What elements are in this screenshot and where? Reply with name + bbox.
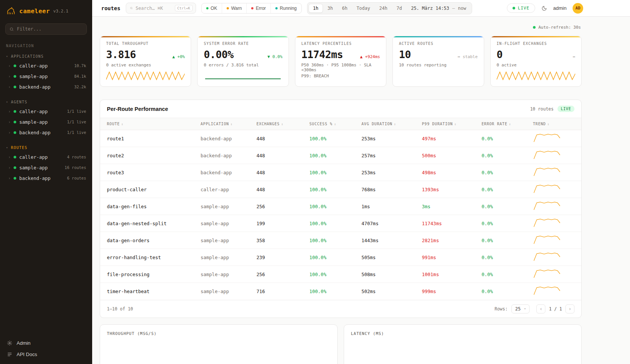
- route-success: 100.0%: [303, 198, 355, 215]
- route-p99-duration: 1001ms: [415, 266, 475, 283]
- chevron-right-icon: ›: [8, 131, 11, 135]
- caret-down-icon: ▾: [6, 146, 8, 149]
- table-row[interactable]: route1 backend-app 448 100.0% 253ms 497m…: [100, 130, 581, 147]
- delta-text: +924ms: [365, 54, 380, 59]
- column-header-application[interactable]: APPLICATION↕: [194, 118, 250, 130]
- table-row[interactable]: data-gen-nested-split sample-app 199 100…: [100, 215, 581, 232]
- filter-chip-warn[interactable]: Warn: [222, 3, 246, 13]
- route-name: route1: [100, 130, 194, 147]
- column-header-error-rate[interactable]: ERROR RATE↕: [475, 118, 526, 130]
- live-toggle[interactable]: LIVE: [507, 3, 535, 13]
- item-badge: 32.2k: [74, 84, 86, 89]
- kpi-subtitle: P50 360ms · P95 1008ms · SLA <300ms: [301, 63, 380, 72]
- app-logo: cameleer v3.2.1: [0, 6, 92, 16]
- route-exchanges: 256: [250, 198, 303, 215]
- table-row[interactable]: data-gen-orders sample-app 358 100.0% 14…: [100, 232, 581, 249]
- status-dot: [14, 86, 16, 88]
- filter-input[interactable]: [17, 26, 83, 32]
- column-header-exchanges[interactable]: EXCHANGES↕: [250, 118, 303, 130]
- range-button-3h[interactable]: 3h: [323, 4, 337, 13]
- filter-chip-error[interactable]: Error: [246, 3, 270, 13]
- route-error-rate: 0.0%: [475, 147, 526, 164]
- column-header-route[interactable]: ROUTE↕: [100, 118, 194, 130]
- filter-chip-ok[interactable]: OK: [202, 3, 222, 13]
- range-button-7d[interactable]: 7d: [392, 4, 406, 13]
- chevron-right-icon: ›: [8, 155, 11, 159]
- next-page-button[interactable]: ›: [565, 304, 574, 313]
- section-label: ROUTES: [11, 146, 27, 150]
- chart-title: THROUGHPUT (MSG/S): [107, 331, 330, 336]
- footer-item-label: API Docs: [17, 352, 37, 357]
- sidebar-item-agent-caller-app[interactable]: › caller-app 1/1 live: [0, 106, 92, 117]
- route-p99-duration: 999ms: [415, 283, 475, 300]
- route-name: route3: [100, 164, 194, 181]
- route-avg-duration: 257ms: [355, 147, 415, 164]
- sidebar-item-agent-sample-app[interactable]: › sample-app 1/1 live: [0, 117, 92, 127]
- column-header-avg-duration[interactable]: AVG DURATION↕: [355, 118, 415, 130]
- column-header-trend[interactable]: TREND↕: [526, 118, 581, 130]
- delta-text: stable: [463, 54, 478, 59]
- column-header-success[interactable]: SUCCESS %↕: [303, 118, 355, 130]
- warn-status-dot: [227, 7, 229, 9]
- table-row[interactable]: route3 backend-app 448 100.0% 253ms 498m…: [100, 164, 581, 181]
- kpi-row: TOTAL THROUGHPUT 3.816 ▲ +0% 0 active ex…: [100, 36, 582, 87]
- route-name: file-processing: [100, 266, 194, 283]
- status-dot: [14, 177, 16, 180]
- section-header-agents[interactable]: ▾ AGENTS: [0, 98, 92, 106]
- sidebar-item-admin[interactable]: Admin: [7, 340, 85, 346]
- kpi-value: 3.816: [106, 49, 136, 60]
- sidebar-item-api-docs[interactable]: API Docs: [7, 352, 85, 357]
- table-row[interactable]: file-processing sample-app 256 100.0% 50…: [100, 266, 581, 283]
- username-label: admin: [553, 5, 567, 11]
- avatar[interactable]: AD: [573, 3, 583, 14]
- table-row[interactable]: data-gen-files sample-app 256 100.0% 1ms…: [100, 198, 581, 215]
- sidebar-item-caller-app[interactable]: › caller-app 10.7k: [0, 60, 92, 71]
- theme-toggle[interactable]: [541, 5, 547, 11]
- section-header-routes[interactable]: ▾ ROUTES: [0, 144, 92, 152]
- route-p99-duration: 2821ms: [415, 232, 475, 249]
- chart-title: LATENCY (MS): [351, 331, 574, 336]
- sidebar-item-backend-app[interactable]: › backend-app 32.2k: [0, 81, 92, 92]
- range-button-1h[interactable]: 1h: [309, 4, 323, 13]
- route-error-rate: 0.0%: [475, 181, 526, 198]
- table-row[interactable]: product-caller caller-app 448 100.0% 768…: [100, 181, 581, 198]
- kpi-label: SYSTEM ERROR RATE: [204, 41, 282, 46]
- search-input[interactable]: [136, 6, 172, 11]
- status-dot: [14, 156, 16, 158]
- range-button-24h[interactable]: 24h: [375, 4, 392, 13]
- per-route-performance-panel: Per-Route Performance 10 routes LIVE ROU…: [100, 100, 582, 318]
- range-button-today[interactable]: Today: [352, 4, 375, 13]
- table-row[interactable]: route2 backend-app 448 100.0% 257ms 500m…: [100, 147, 581, 164]
- rows-per-page-value: 25: [515, 306, 520, 312]
- filter-chip-running[interactable]: Running: [270, 3, 301, 13]
- kpi-card-total-throughput: TOTAL THROUGHPUT 3.816 ▲ +0% 0 active ex…: [100, 36, 191, 87]
- route-avg-duration: 505ms: [355, 249, 415, 266]
- prev-page-button[interactable]: ‹: [536, 304, 545, 313]
- sidebar-item-routes-sample-app[interactable]: › sample-app 16 routes: [0, 162, 92, 173]
- table-row[interactable]: error-handling-test sample-app 239 100.0…: [100, 249, 581, 266]
- column-header-p99-duration[interactable]: P99 DURATION↕: [415, 118, 475, 130]
- range-button-6h[interactable]: 6h: [337, 4, 352, 13]
- sidebar-item-agent-backend-app[interactable]: › backend-app 1/1 live: [0, 127, 92, 138]
- sidebar-section-applications: ▾ APPLICATIONS › caller-app 10.7k › samp…: [0, 52, 92, 92]
- sidebar-item-sample-app[interactable]: › sample-app 84.1k: [0, 71, 92, 81]
- search-icon: [130, 6, 133, 11]
- inflight-sparkline: [497, 69, 575, 82]
- pager: ‹ 1 / 1 ›: [536, 304, 574, 313]
- trend-sparkline: [533, 201, 562, 211]
- route-success: 100.0%: [303, 283, 355, 300]
- sidebar-item-routes-backend-app[interactable]: › backend-app 6 routes: [0, 173, 92, 183]
- sidebar-item-routes-caller-app[interactable]: › caller-app 4 routes: [0, 152, 92, 162]
- kpi-card-inflight-exchanges: IN-FLIGHT EXCHANGES 0 ↔ 0 active: [490, 36, 582, 87]
- route-avg-duration: 1ms: [355, 198, 415, 215]
- column-label: SUCCESS %: [309, 122, 332, 126]
- sidebar-footer: Admin API Docs: [0, 340, 92, 357]
- route-error-rate: 0.0%: [475, 249, 526, 266]
- route-avg-duration: 253ms: [355, 164, 415, 181]
- rows-per-page-select[interactable]: 25 ▾: [511, 304, 530, 313]
- item-badge: 84.1k: [74, 74, 86, 78]
- status-dot: [14, 166, 16, 169]
- table-row[interactable]: timer-heartbeat sample-app 716 100.0% 50…: [100, 283, 581, 300]
- section-header-applications[interactable]: ▾ APPLICATIONS: [0, 52, 92, 60]
- panel-title: Per-Route Performance: [107, 106, 168, 112]
